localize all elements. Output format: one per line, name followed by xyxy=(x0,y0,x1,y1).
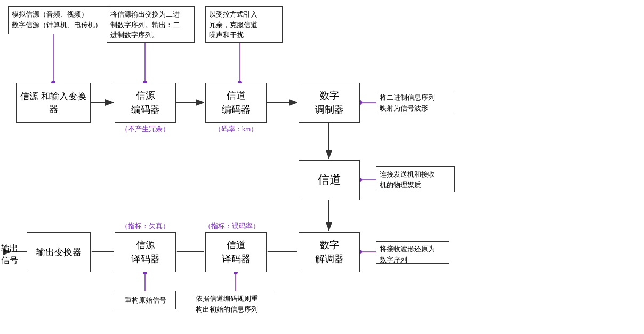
output-signal-label: 输出信号 xyxy=(1,243,18,267)
source-encoder-box: 信源编码器 xyxy=(115,83,176,123)
note-channel: 连接发送机和接收机的物理媒质 xyxy=(376,166,455,192)
output-box: 输出变换器 xyxy=(27,232,91,272)
note-source: 模拟信源（音频、视频）数字信源（计算机、电传机） xyxy=(8,6,123,34)
note-channel-encoder: 以受控方式引入冗余，克服信道噪声和干扰 xyxy=(205,6,283,43)
source-box: 信源 和输入变换器 xyxy=(16,83,91,123)
code-rate-label: （码率：k/n） xyxy=(205,124,267,134)
source-decoder-box: 信源译码器 xyxy=(115,232,176,272)
error-rate-label: （指标：误码率） xyxy=(197,221,267,231)
channel-decoder-box: 信道译码器 xyxy=(205,232,267,272)
distortion-label: （指标：失真） xyxy=(115,221,176,231)
no-redundancy-label: （不产生冗余） xyxy=(115,124,176,134)
channel-encoder-box: 信道编码器 xyxy=(205,83,267,123)
modulator-box: 数字调制器 xyxy=(299,83,360,123)
note-channel-decode: 依据信道编码规则重构出初始的信息序列 xyxy=(192,291,277,316)
demodulator-box: 数字解调器 xyxy=(299,232,360,272)
note-demodulator: 将接收波形还原为数字序列 xyxy=(376,241,449,264)
note-reconstruct: 重构原始信号 xyxy=(115,291,176,309)
note-source-encoder: 将信源输出变换为二进制数字序列。输出：二进制数字序列。 xyxy=(107,6,195,43)
diagram: 信源 和输入变换器 信源编码器 信道编码器 数字调制器 信道 数字解调器 信道译… xyxy=(0,0,644,334)
channel-box: 信道 xyxy=(299,160,360,200)
note-modulator: 将二进制信息序列映射为信号波形 xyxy=(376,90,453,115)
